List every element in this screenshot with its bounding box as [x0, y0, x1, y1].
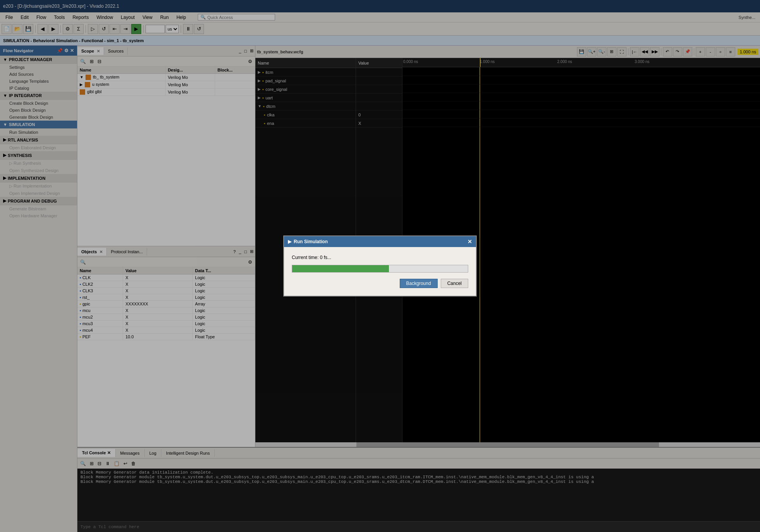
- dialog-title-text: Run Simulation: [294, 239, 328, 244]
- dialog-title-bar: ▶ Run Simulation ✕: [284, 236, 476, 247]
- dialog-overlay: ▶ Run Simulation ✕ Current time: 0 fs...…: [0, 0, 760, 532]
- dialog-buttons: Background Cancel: [292, 279, 468, 288]
- dialog-body: Current time: 0 fs... Background Cancel: [284, 247, 476, 296]
- dialog-sim-icon: ▶: [288, 239, 291, 244]
- run-simulation-dialog: ▶ Run Simulation ✕ Current time: 0 fs...…: [283, 235, 477, 297]
- dialog-background-button[interactable]: Background: [400, 279, 438, 288]
- dialog-cancel-button[interactable]: Cancel: [441, 279, 468, 288]
- dialog-progress-fill: [292, 265, 389, 272]
- dialog-progress-bar: [292, 265, 468, 273]
- dialog-close-button[interactable]: ✕: [467, 239, 472, 245]
- dialog-status-text: Current time: 0 fs...: [292, 255, 468, 260]
